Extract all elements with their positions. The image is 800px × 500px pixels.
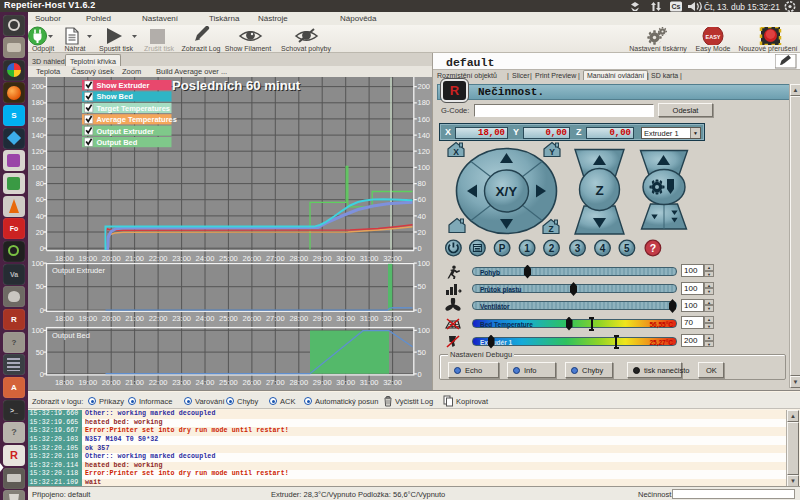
svg-text:50: 50 — [418, 282, 426, 291]
svg-text:26:00: 26:00 — [243, 314, 262, 323]
svg-text:Cs: Cs — [672, 3, 681, 10]
svg-text:31:00: 31:00 — [360, 254, 379, 263]
svg-text:100: 100 — [418, 326, 431, 335]
svg-text:20:00: 20:00 — [102, 314, 121, 323]
svg-text:P: P — [499, 243, 506, 254]
svg-text:27:00: 27:00 — [266, 378, 285, 387]
svg-text:100: 100 — [31, 326, 44, 335]
svg-text:26:00: 26:00 — [243, 378, 262, 387]
svg-text:0: 0 — [418, 244, 422, 253]
svg-text:120: 120 — [31, 147, 44, 156]
svg-text:1: 1 — [524, 243, 530, 254]
svg-text:30:00: 30:00 — [336, 254, 355, 263]
svg-text:19:00: 19:00 — [78, 378, 97, 387]
svg-text:27:00: 27:00 — [266, 314, 285, 323]
svg-text:3: 3 — [575, 243, 581, 254]
svg-text:19:00: 19:00 — [78, 254, 97, 263]
svg-text:80: 80 — [36, 179, 44, 188]
svg-text:25:00: 25:00 — [219, 254, 238, 263]
svg-text:100: 100 — [31, 163, 44, 172]
svg-text:21:00: 21:00 — [125, 314, 144, 323]
svg-text:22:00: 22:00 — [149, 378, 168, 387]
svg-text:25:00: 25:00 — [219, 378, 238, 387]
svg-text:0: 0 — [418, 306, 422, 315]
svg-text:25:00: 25:00 — [219, 314, 238, 323]
svg-text:24:00: 24:00 — [196, 378, 215, 387]
svg-text:18:00: 18:00 — [55, 378, 74, 387]
svg-text:X: X — [453, 147, 459, 157]
svg-text:20: 20 — [36, 228, 44, 237]
svg-text:0: 0 — [40, 306, 44, 315]
svg-text:Output Bed: Output Bed — [52, 331, 90, 340]
svg-text:60: 60 — [418, 195, 426, 204]
svg-text:180: 180 — [418, 98, 431, 107]
svg-text:24:00: 24:00 — [196, 254, 215, 263]
svg-text:5: 5 — [624, 243, 630, 254]
svg-text:27:00: 27:00 — [266, 254, 285, 263]
svg-text:32:00: 32:00 — [383, 378, 402, 387]
svg-text:0: 0 — [40, 244, 44, 253]
svg-text:29:00: 29:00 — [313, 254, 332, 263]
svg-text:21:00: 21:00 — [125, 378, 144, 387]
svg-text:23:00: 23:00 — [172, 378, 191, 387]
svg-text:Show Bed: Show Bed — [97, 92, 134, 101]
svg-text:180: 180 — [31, 98, 44, 107]
svg-text:32:00: 32:00 — [383, 254, 402, 263]
svg-text:22:00: 22:00 — [149, 254, 168, 263]
svg-text:0: 0 — [418, 370, 422, 379]
svg-text:Average Temperatures: Average Temperatures — [97, 115, 177, 124]
svg-text:20:00: 20:00 — [102, 378, 121, 387]
svg-text:28:00: 28:00 — [289, 378, 308, 387]
svg-text:20: 20 — [418, 228, 426, 237]
svg-text:29:00: 29:00 — [313, 378, 332, 387]
svg-text:Z: Z — [595, 183, 603, 198]
svg-text:29:00: 29:00 — [313, 314, 332, 323]
svg-text:Output Bed: Output Bed — [97, 138, 138, 147]
svg-text:100: 100 — [418, 163, 431, 172]
svg-text:18:00: 18:00 — [55, 254, 74, 263]
svg-text:200: 200 — [31, 82, 44, 91]
svg-text:40: 40 — [418, 212, 426, 221]
svg-text:30:00: 30:00 — [336, 314, 355, 323]
svg-text:Output Extruder: Output Extruder — [52, 266, 105, 275]
svg-text:4: 4 — [600, 243, 606, 254]
svg-text:21:00: 21:00 — [125, 254, 144, 263]
svg-text:Posledních 60 minut: Posledních 60 minut — [172, 78, 301, 93]
svg-text:Target Temperatures: Target Temperatures — [97, 104, 171, 113]
svg-text:23:00: 23:00 — [172, 314, 191, 323]
svg-text:50: 50 — [418, 348, 426, 357]
svg-text:140: 140 — [31, 131, 44, 140]
svg-text:20:00: 20:00 — [102, 254, 121, 263]
svg-text:50: 50 — [36, 348, 44, 357]
svg-text:24:00: 24:00 — [196, 314, 215, 323]
svg-text:30:00: 30:00 — [336, 378, 355, 387]
svg-text:?: ? — [650, 242, 656, 254]
svg-text:2: 2 — [549, 243, 555, 254]
svg-text:50: 50 — [36, 282, 44, 291]
svg-text:160: 160 — [31, 115, 44, 124]
svg-text:100: 100 — [31, 259, 44, 268]
svg-text:40: 40 — [36, 212, 44, 221]
svg-text:EASY: EASY — [706, 34, 721, 40]
svg-text:31:00: 31:00 — [360, 314, 379, 323]
svg-text:140: 140 — [418, 131, 431, 140]
svg-text:100: 100 — [418, 259, 431, 268]
svg-text:28:00: 28:00 — [289, 314, 308, 323]
svg-text:23:00: 23:00 — [172, 254, 191, 263]
svg-text:X/Y: X/Y — [496, 184, 518, 199]
svg-text:22:00: 22:00 — [149, 314, 168, 323]
svg-text:18:00: 18:00 — [55, 314, 74, 323]
svg-text:31:00: 31:00 — [360, 378, 379, 387]
svg-text:32:00: 32:00 — [383, 314, 402, 323]
svg-text:Output Extruder: Output Extruder — [97, 127, 155, 136]
svg-text:60: 60 — [36, 195, 44, 204]
svg-text:200: 200 — [418, 82, 431, 91]
svg-text:80: 80 — [418, 179, 426, 188]
svg-text:Z: Z — [548, 224, 553, 234]
svg-text:0: 0 — [40, 370, 44, 379]
svg-text:160: 160 — [418, 115, 431, 124]
svg-text:26:00: 26:00 — [243, 254, 262, 263]
svg-text:Show Extruder: Show Extruder — [97, 81, 150, 90]
svg-text:19:00: 19:00 — [78, 314, 97, 323]
svg-text:28:00: 28:00 — [289, 254, 308, 263]
